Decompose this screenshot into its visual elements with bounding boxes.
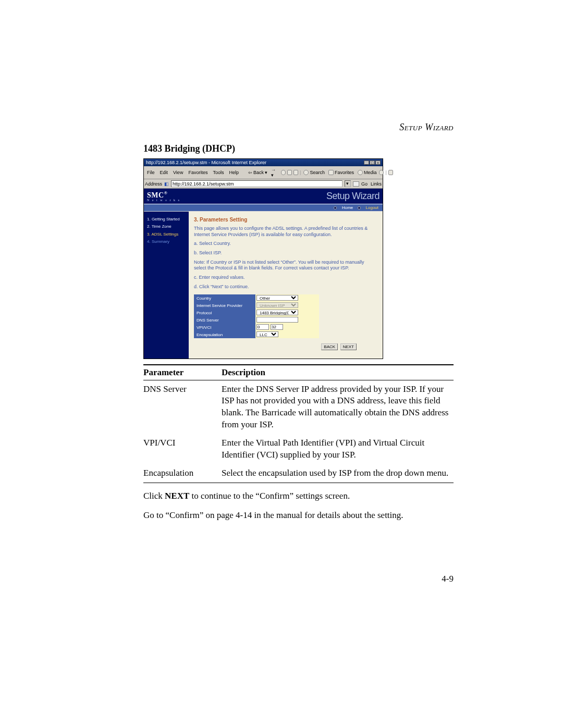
search-button[interactable]: Search [302, 170, 326, 175]
param-cell: VPI/VCI [143, 434, 222, 464]
label-country: Country [194, 294, 255, 302]
label-encapsulation: Encapsulation [194, 331, 255, 338]
back-button[interactable]: ⇦Back ▾ [247, 170, 268, 175]
sidebar-step-1[interactable]: 1. Getting Started [147, 216, 186, 223]
body-paragraph-1: Click NEXT to continue to the “Confirm” … [143, 490, 454, 502]
page-number: 4-9 [143, 574, 454, 584]
bullet-icon [334, 206, 337, 209]
home-icon[interactable] [293, 170, 298, 175]
menu-view[interactable]: View [171, 170, 185, 175]
param-cell: DNS Server [143, 380, 222, 434]
window-controls-group: _□× [363, 160, 381, 165]
isp-select: Unknown ISP [256, 302, 298, 308]
step-title: 3. Parameters Setting [194, 217, 377, 223]
desc-cell: Select the encapsulation used by ISP fro… [222, 464, 454, 483]
go-icon[interactable] [353, 181, 359, 187]
encapsulation-select[interactable]: LLC [256, 331, 278, 337]
sidebar-step-3[interactable]: 3. ADSL Settings [147, 231, 186, 238]
body-paragraph-2: Go to “Confirm” on page 4-14 in the manu… [143, 510, 454, 522]
step-note-d: d. Click “Next” to continue. [194, 284, 377, 290]
refresh-icon[interactable] [287, 170, 292, 175]
menu-bar: File Edit View Favorites Tools Help ⇦Bac… [144, 166, 383, 179]
address-bar: Address ◧ ▾ Go Links [144, 179, 383, 189]
window-title: http://192.168.2.1/setupw.stm - Microsof… [146, 160, 266, 165]
forward-button[interactable]: → ▾ [270, 167, 279, 178]
settings-form: Country Internet Service Provider Protoc… [194, 294, 377, 338]
brand-logo: SMC® N e t w o r k s [147, 191, 180, 202]
parameter-table: Parameter Description DNS Server Enter t… [143, 364, 454, 484]
label-isp: Internet Service Provider [194, 302, 255, 309]
address-label: Address [145, 181, 162, 187]
step-note-c: c. Enter required values. [194, 275, 377, 281]
go-button[interactable]: Go [361, 181, 368, 187]
mail-icon[interactable] [388, 170, 393, 175]
address-dropdown-icon[interactable]: ▾ [345, 180, 351, 187]
dns-input[interactable] [256, 317, 298, 323]
table-header-description: Description [222, 365, 454, 380]
label-dns: DNS Server [194, 316, 255, 324]
vpi-input[interactable] [256, 324, 269, 330]
maximize-icon[interactable]: □ [370, 161, 375, 165]
minimize-icon[interactable]: _ [364, 161, 369, 165]
favorites-icon [328, 170, 334, 175]
country-select[interactable]: Other [256, 295, 298, 301]
bullet-icon [358, 206, 361, 209]
app-header: SMC® N e t w o r k s Setup Wizard [144, 189, 383, 204]
menu-help[interactable]: Help [227, 170, 241, 175]
favorites-button[interactable]: Favorites [327, 170, 355, 175]
param-cell: Encapsulation [143, 464, 222, 483]
menu-file[interactable]: File [145, 170, 157, 175]
step-note-b: b. Select ISP. [194, 250, 377, 256]
home-link[interactable]: Home [342, 205, 353, 210]
app-subheader: Home Logout [144, 204, 383, 212]
vci-input[interactable] [271, 324, 283, 330]
sidebar-step-4[interactable]: 4. Summary [147, 238, 186, 245]
step-note-main: Note: If Country or ISP is not listed se… [194, 260, 377, 272]
step-note-a: a. Select Country. [194, 241, 377, 247]
protocol-select[interactable]: 1483 Bridging(DHCP) [256, 310, 298, 315]
table-row: Encapsulation Select the encapsulation u… [143, 464, 454, 483]
section-title: 1483 Bridging (DHCP) [143, 143, 454, 154]
history-icon[interactable] [379, 170, 384, 175]
back-button[interactable]: BACK [321, 343, 338, 350]
sidebar-step-2[interactable]: 2. Time Zone [147, 223, 186, 230]
next-button[interactable]: NEXT [340, 343, 357, 350]
search-icon [303, 170, 309, 175]
label-vpi-vci: VPI/VCI [194, 324, 255, 331]
table-row: VPI/VCI Enter the Virtual Path Identifie… [143, 434, 454, 464]
close-icon[interactable]: × [375, 161, 381, 165]
address-input[interactable] [171, 180, 342, 187]
label-protocol: Protocol [194, 309, 255, 316]
table-header-parameter: Parameter [143, 365, 222, 380]
menu-edit[interactable]: Edit [158, 170, 170, 175]
menu-tools[interactable]: Tools [211, 170, 226, 175]
page-header: Setup Wizard [143, 122, 454, 133]
logout-link[interactable]: Logout [366, 205, 378, 210]
window-titlebar: http://192.168.2.1/setupw.stm - Microsof… [144, 159, 383, 166]
wizard-main: 3. Parameters Setting This page allows y… [189, 212, 383, 359]
links-label[interactable]: Links [371, 181, 382, 187]
step-intro: This page allows you to configure the AD… [194, 226, 377, 238]
page-icon: ◧ [164, 181, 169, 187]
table-row: DNS Server Enter the DNS Server IP addre… [143, 380, 454, 434]
app-title: Setup Wizard [326, 191, 380, 202]
media-button[interactable]: Media [357, 170, 378, 175]
desc-cell: Enter the DNS Server IP address provided… [222, 380, 454, 434]
desc-cell: Enter the Virtual Path Identifier (VPI) … [222, 434, 454, 464]
stop-icon[interactable] [281, 170, 286, 175]
wizard-sidebar: 1. Getting Started 2. Time Zone 3. ADSL … [144, 212, 189, 359]
screenshot-window: http://192.168.2.1/setupw.stm - Microsof… [143, 158, 383, 359]
menu-favorites[interactable]: Favorites [186, 170, 210, 175]
media-icon [358, 170, 363, 175]
